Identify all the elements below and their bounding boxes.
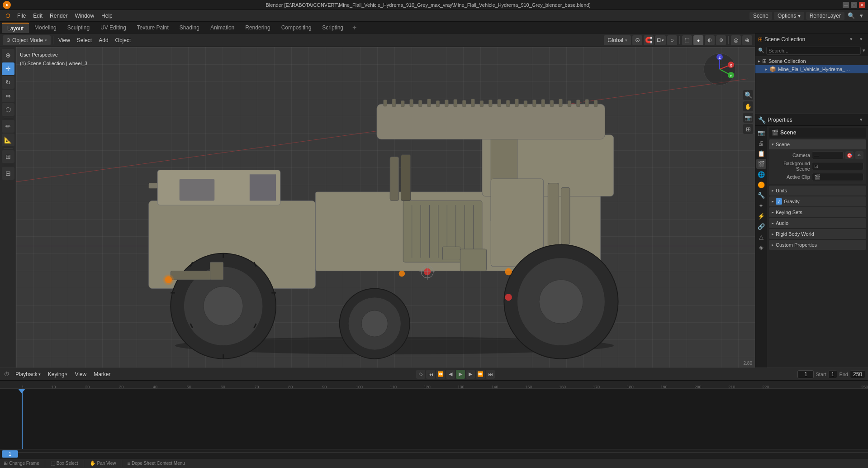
snap-toggle[interactable]: 🧲 bbox=[644, 35, 654, 45]
prop-tab-particles[interactable]: ✦ bbox=[756, 201, 766, 210]
btn-jump-end[interactable]: ⏭ bbox=[486, 370, 495, 379]
object-tools-tool[interactable]: ⊟ bbox=[2, 167, 14, 180]
render-layer-selector[interactable]: RenderLayer bbox=[806, 12, 844, 20]
camera-field[interactable]: — bbox=[812, 151, 844, 159]
add-workspace-btn[interactable]: + bbox=[349, 22, 360, 33]
outliner-filter-icon[interactable]: ▾ bbox=[857, 35, 865, 43]
outliner-item-vehicle[interactable]: ▸ 📦 Mine_Flail_Vehicle_Hydrema_910_Grey bbox=[755, 65, 868, 73]
tab-uv-editing[interactable]: UV Editing bbox=[95, 22, 132, 33]
pivot-selector[interactable]: ⊙ bbox=[632, 35, 642, 45]
scale-tool[interactable]: ⇔ bbox=[2, 90, 14, 102]
status-item-4[interactable]: ≡ Dope Sheet Context Menu bbox=[128, 461, 185, 466]
btn-play[interactable]: ▶ bbox=[456, 370, 465, 379]
add-primitive-tool[interactable]: ⊞ bbox=[2, 150, 14, 163]
options-btn[interactable]: Options ▾ bbox=[774, 12, 804, 20]
nav-gizmo[interactable]: X Y Z bbox=[703, 53, 737, 86]
transform-tool[interactable]: ⬡ bbox=[2, 103, 14, 116]
keying-menu[interactable]: Keying▾ bbox=[45, 369, 71, 379]
tab-rendering[interactable]: Rendering bbox=[240, 22, 275, 33]
menu-window[interactable]: Window bbox=[71, 12, 98, 20]
tab-compositing[interactable]: Compositing bbox=[276, 22, 317, 33]
marker-menu[interactable]: Marker bbox=[91, 369, 113, 379]
gravity-checkbox[interactable]: ✓ bbox=[776, 198, 782, 205]
object-menu[interactable]: Object bbox=[113, 35, 134, 45]
start-frame[interactable]: 1 bbox=[828, 370, 838, 378]
view-timeline-menu[interactable]: View bbox=[72, 369, 89, 379]
prop-tab-object-data[interactable]: △ bbox=[756, 232, 766, 242]
overlay-dropdown[interactable]: ◎ bbox=[731, 35, 741, 45]
tab-texture-paint[interactable]: Texture Paint bbox=[132, 22, 174, 33]
btn-next-keyframe[interactable]: ⏩ bbox=[476, 370, 485, 379]
viewport-3d[interactable]: User Perspective (1) Scene Collection | … bbox=[16, 47, 755, 368]
outliner-filter-btn[interactable]: ▾ bbox=[863, 48, 865, 53]
measure-tool[interactable]: 📐 bbox=[2, 134, 14, 146]
prop-tab-view-layer[interactable]: 📋 bbox=[756, 148, 766, 158]
shading-rendered[interactable]: ⊛ bbox=[716, 35, 726, 45]
tab-scripting[interactable]: Scripting bbox=[317, 22, 349, 33]
tab-animation[interactable]: Animation bbox=[205, 22, 240, 33]
select-menu[interactable]: Select bbox=[74, 35, 95, 45]
prop-tab-modifier[interactable]: 🔧 bbox=[756, 190, 766, 200]
rotate-tool[interactable]: ↻ bbox=[2, 76, 14, 89]
menu-help[interactable]: Help bbox=[98, 12, 116, 20]
props-filter-btn[interactable]: ▾ bbox=[857, 116, 865, 124]
scene-section-header[interactable]: ▾ Scene bbox=[769, 139, 866, 149]
btn-prev-frame[interactable]: ◀ bbox=[446, 370, 455, 379]
status-item-2[interactable]: ⬚ Box Select bbox=[51, 460, 78, 466]
add-menu[interactable]: Add bbox=[96, 35, 111, 45]
annotate-tool[interactable]: ✏ bbox=[2, 120, 14, 133]
tab-modeling[interactable]: Modeling bbox=[29, 22, 62, 33]
custom-properties-header[interactable]: ▸ Custom Properties bbox=[769, 240, 866, 250]
btn-next-frame[interactable]: ▶ bbox=[466, 370, 475, 379]
rigid-body-world-header[interactable]: ▸ Rigid Body World bbox=[769, 229, 866, 239]
minimize-btn[interactable]: — bbox=[843, 2, 849, 8]
shading-solid[interactable]: ● bbox=[693, 35, 703, 45]
prop-tab-output[interactable]: 🖨 bbox=[756, 138, 766, 148]
active-clip-field[interactable]: 🎬 bbox=[812, 173, 863, 181]
audio-header[interactable]: ▸ Audio bbox=[769, 218, 866, 228]
menu-render[interactable]: Render bbox=[46, 12, 71, 20]
prop-tab-physics[interactable]: ⚡ bbox=[756, 211, 766, 221]
menu-edit[interactable]: Edit bbox=[29, 12, 46, 20]
gizmo-dropdown[interactable]: ⊕ bbox=[742, 35, 752, 45]
current-frame-box[interactable]: 1 bbox=[2, 450, 18, 458]
proportional-toggle[interactable]: ○ bbox=[667, 35, 677, 45]
camera-btn[interactable]: 📷 bbox=[743, 113, 753, 123]
close-btn[interactable]: ✕ bbox=[859, 2, 865, 8]
playback-menu[interactable]: Playback▾ bbox=[13, 369, 43, 379]
transform-global[interactable]: Global▾ bbox=[604, 35, 631, 45]
camera-new-btn[interactable]: ✏ bbox=[855, 151, 863, 159]
outliner-options-btn[interactable]: ▾ bbox=[847, 35, 855, 43]
ortho-btn[interactable]: ⊞ bbox=[743, 124, 753, 134]
filter-icon[interactable]: ▾ bbox=[856, 11, 866, 21]
camera-picker-btn[interactable]: 🎯 bbox=[845, 151, 854, 159]
background-scene-field[interactable]: ⊡ bbox=[812, 162, 863, 170]
outliner-search-input[interactable] bbox=[766, 47, 861, 55]
units-header[interactable]: ▸ Units bbox=[769, 186, 866, 196]
prop-tab-scene[interactable]: 🎬 bbox=[756, 159, 766, 169]
shading-wireframe[interactable]: ⬚ bbox=[682, 35, 692, 45]
btn-jump-start[interactable]: ⏮ bbox=[426, 370, 435, 379]
maximize-btn[interactable]: □ bbox=[851, 2, 857, 8]
end-frame[interactable]: 250 bbox=[850, 370, 865, 378]
tab-shading[interactable]: Shading bbox=[174, 22, 205, 33]
btn-key-marker-toggle[interactable]: ◇ bbox=[416, 370, 425, 379]
prop-tab-render[interactable]: 📷 bbox=[756, 128, 766, 138]
menu-blender[interactable]: ⬡ bbox=[2, 12, 14, 20]
prop-tab-object[interactable]: 🟠 bbox=[756, 180, 766, 190]
tab-layout[interactable]: Layout bbox=[2, 23, 29, 33]
cursor-tool[interactable]: ⊕ bbox=[2, 49, 14, 62]
scene-collection-item[interactable]: ▸ ⊞ Scene Collection bbox=[755, 57, 868, 65]
current-frame[interactable]: 1 bbox=[797, 370, 814, 378]
shading-material[interactable]: ◐ bbox=[705, 35, 715, 45]
timeline-track[interactable] bbox=[0, 389, 868, 449]
snap-options[interactable]: ⊡▾ bbox=[655, 35, 666, 45]
mode-selector[interactable]: ⊙ Object Mode ▾ bbox=[3, 35, 51, 45]
prop-tab-constraints[interactable]: 🔗 bbox=[756, 221, 766, 231]
global-search-icon[interactable]: 🔍 bbox=[846, 11, 856, 21]
move-tool[interactable]: ✛ bbox=[2, 62, 14, 75]
scene-selector[interactable]: Scene bbox=[749, 12, 772, 20]
prop-tab-world[interactable]: 🌐 bbox=[756, 169, 766, 179]
menu-file[interactable]: File bbox=[14, 12, 29, 20]
keying-sets-header[interactable]: ▸ Keying Sets bbox=[769, 207, 866, 217]
